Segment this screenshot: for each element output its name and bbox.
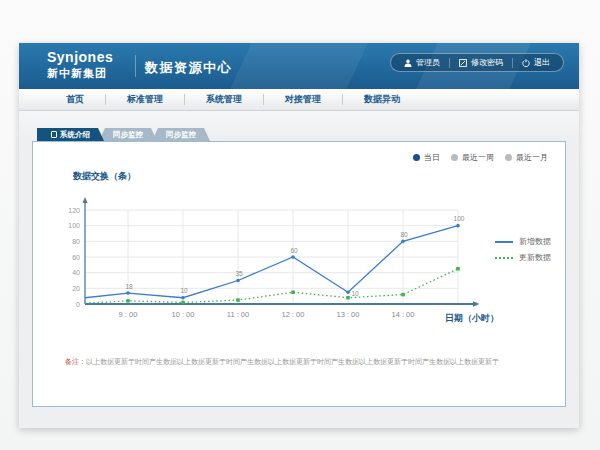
logout-label: 退出 [534, 57, 550, 68]
svg-text:80: 80 [72, 238, 80, 245]
legend-label: 更新数据 [519, 252, 551, 263]
svg-text:10 : 00: 10 : 00 [172, 310, 195, 319]
svg-text:60: 60 [290, 247, 298, 254]
app-window: Synjones 新中新集团 数据资源中心 管理员 修改密码 退出 首页 标准管… [19, 43, 579, 428]
dotted-line-swatch [495, 257, 513, 259]
svg-text:10: 10 [180, 287, 188, 294]
tab-label: 同步监控 [166, 130, 196, 140]
power-icon [522, 59, 530, 67]
edit-icon [459, 59, 467, 67]
x-axis-title: 日期（小时） [445, 312, 499, 325]
solid-line-swatch [495, 241, 513, 243]
svg-text:18: 18 [125, 283, 133, 290]
legend-label: 新增数据 [519, 236, 551, 247]
nav-item-home[interactable]: 首页 [45, 93, 105, 106]
content-area: 系统介绍 同步监控 同步监控 当日 最近一周 [19, 111, 579, 428]
main-nav: 首页 标准管理 系统管理 对接管理 数据异动 [19, 89, 579, 111]
change-password-button[interactable]: 修改密码 [450, 57, 512, 68]
document-icon [51, 131, 57, 138]
chart-panel: 当日 最近一周 最近一月 数据交换（条） 0204060801001209 : … [32, 141, 566, 407]
footnote: 备注：以上数据更新于时间产生数据以上数据更新于时间产生数据以上数据更新于时间产生… [65, 357, 499, 367]
svg-text:60: 60 [72, 254, 80, 261]
chart-legend: 新增数据 更新数据 [495, 236, 551, 268]
svg-text:100: 100 [454, 215, 465, 222]
svg-text:0: 0 [76, 301, 80, 308]
user-button[interactable]: 管理员 [395, 57, 449, 68]
tab-sync-monitor-2[interactable]: 同步监控 [152, 128, 210, 141]
svg-text:9 : 00: 9 : 00 [119, 310, 138, 319]
svg-text:10: 10 [351, 290, 359, 297]
svg-text:14 : 00: 14 : 00 [392, 310, 415, 319]
svg-text:35: 35 [235, 270, 243, 277]
svg-text:120: 120 [68, 207, 80, 214]
nav-item-standard-mgmt[interactable]: 标准管理 [106, 93, 184, 106]
footnote-text: 以上数据更新于时间产生数据以上数据更新于时间产生数据以上数据更新于时间产生数据以… [86, 358, 499, 365]
page-title: 数据资源中心 [145, 59, 232, 77]
change-password-label: 修改密码 [471, 57, 503, 68]
svg-text:100: 100 [68, 222, 80, 229]
user-label: 管理员 [416, 57, 440, 68]
svg-text:80: 80 [400, 231, 408, 238]
tab-system-intro[interactable]: 系统介绍 [37, 128, 104, 141]
user-icon [404, 59, 412, 67]
nav-item-interface-mgmt[interactable]: 对接管理 [264, 93, 342, 106]
nav-item-system-mgmt[interactable]: 系统管理 [185, 93, 263, 106]
svg-text:11 : 00: 11 : 00 [227, 310, 249, 319]
tab-label: 系统介绍 [60, 130, 90, 140]
tab-bar: 系统介绍 同步监控 同步监控 [37, 128, 205, 141]
logo-subtext: 新中新集团 [47, 66, 113, 81]
tab-label: 同步监控 [113, 130, 143, 140]
legend-item-new-data: 新增数据 [495, 236, 551, 247]
svg-text:13 : 00: 13 : 00 [337, 310, 360, 319]
header-divider [135, 55, 136, 77]
svg-text:20: 20 [72, 285, 80, 292]
logout-button[interactable]: 退出 [513, 57, 559, 68]
svg-text:40: 40 [72, 269, 80, 276]
app-header: Synjones 新中新集团 数据资源中心 管理员 修改密码 退出 [19, 43, 579, 89]
user-toolbar: 管理员 修改密码 退出 [390, 53, 564, 72]
legend-item-updated-data: 更新数据 [495, 252, 551, 263]
company-logo: Synjones 新中新集团 [47, 49, 113, 81]
nav-item-data-change[interactable]: 数据异动 [343, 93, 421, 106]
footnote-prefix: 备注： [65, 358, 86, 365]
tab-sync-monitor-1[interactable]: 同步监控 [99, 128, 157, 141]
logo-text: Synjones [47, 49, 113, 65]
svg-text:12 : 00: 12 : 00 [282, 310, 305, 319]
